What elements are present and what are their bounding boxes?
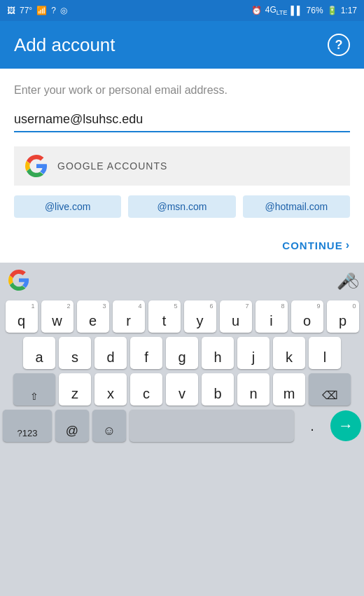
key-j[interactable]: j	[237, 337, 270, 369]
battery-percent: 76%	[307, 6, 323, 15]
signal-icon: ▌▌	[291, 6, 303, 15]
mic-off-icon[interactable]: 🎤⃠	[337, 272, 356, 291]
key-b[interactable]: b	[202, 373, 234, 406]
battery-icon: 🔋	[327, 6, 337, 15]
emoji-key[interactable]: ☺	[92, 410, 126, 442]
chip-hotmail[interactable]: @hotmail.com	[243, 195, 350, 218]
status-bar: 🖼 77° 📶 ? ◎ ⏰ 4GLTE ▌▌ 76% 🔋 1:17	[0, 0, 364, 21]
key-l[interactable]: l	[309, 337, 341, 369]
key-i[interactable]: 8i	[255, 300, 288, 333]
key-q[interactable]: 1q	[6, 300, 38, 333]
key-a[interactable]: a	[23, 337, 55, 369]
key-f[interactable]: f	[130, 337, 162, 369]
key-s[interactable]: s	[59, 337, 91, 369]
continue-button[interactable]: CONTINUE ›	[282, 239, 350, 251]
google-keyboard-icon	[8, 270, 29, 293]
lte-icon: 4GLTE	[265, 5, 288, 16]
keyboard-row-4: ?123 @ ☺ . →	[3, 410, 361, 442]
key-x[interactable]: x	[94, 373, 127, 406]
shift-key[interactable]: ⇧	[13, 373, 55, 406]
period-key[interactable]: .	[298, 410, 327, 442]
key-c[interactable]: c	[130, 373, 162, 406]
keyboard: 🎤⃠ 1q 2w 3e 4r 5t 6y 7u 8i 9o 0p a s d f…	[0, 263, 364, 596]
app-header: Add account ?	[0, 21, 364, 69]
numbers-key[interactable]: ?123	[3, 410, 52, 442]
backspace-key[interactable]: ⌫	[309, 373, 351, 406]
key-k[interactable]: k	[273, 337, 305, 369]
google-accounts-label: GOOGLE ACCOUNTS	[57, 160, 167, 172]
chip-live[interactable]: @live.com	[14, 195, 121, 218]
email-input-container[interactable]	[14, 112, 350, 132]
keyboard-toolbar: 🎤⃠	[3, 268, 361, 295]
page-title: Add account	[14, 34, 115, 56]
key-d[interactable]: d	[94, 337, 127, 369]
help-icon: ?	[335, 38, 343, 53]
space-key[interactable]	[130, 410, 294, 442]
key-t[interactable]: 5t	[148, 300, 181, 333]
keyboard-row-3: ⇧ z x c v b n m ⌫	[3, 373, 361, 406]
key-r[interactable]: 4r	[113, 300, 145, 333]
email-input[interactable]	[14, 112, 350, 127]
photo-icon: 🖼	[7, 6, 15, 15]
key-v[interactable]: v	[166, 373, 198, 406]
alarm-icon: ⏰	[251, 6, 262, 15]
main-content: Enter your work or personal email addres…	[0, 69, 364, 263]
enter-key[interactable]: →	[330, 410, 361, 441]
key-w[interactable]: 2w	[41, 300, 74, 333]
key-e[interactable]: 3e	[77, 300, 109, 333]
key-o[interactable]: 9o	[291, 300, 323, 333]
key-m[interactable]: m	[273, 373, 305, 406]
key-g[interactable]: g	[166, 337, 198, 369]
status-right: ⏰ 4GLTE ▌▌ 76% 🔋 1:17	[251, 5, 357, 16]
key-y[interactable]: 6y	[184, 300, 216, 333]
chevron-right-icon: ›	[346, 239, 350, 251]
key-z[interactable]: z	[59, 373, 91, 406]
help-button[interactable]: ?	[328, 34, 350, 56]
google-accounts-button[interactable]: GOOGLE ACCOUNTS	[14, 146, 350, 186]
continue-label: CONTINUE	[282, 240, 342, 251]
chip-msn[interactable]: @msn.com	[128, 195, 235, 218]
continue-row: CONTINUE ›	[14, 232, 350, 263]
subtitle-text: Enter your work or personal email addres…	[14, 83, 350, 98]
key-h[interactable]: h	[202, 337, 234, 369]
temperature: 77°	[20, 6, 32, 15]
key-u[interactable]: 7u	[220, 300, 252, 333]
google-logo-icon	[25, 155, 48, 177]
at-key[interactable]: @	[55, 410, 89, 442]
wifi-icon: 📶	[36, 6, 47, 15]
time: 1:17	[341, 6, 357, 15]
shazam-icon: ◎	[60, 6, 67, 15]
status-left: 🖼 77° 📶 ? ◎	[7, 6, 67, 15]
enter-icon: →	[338, 417, 354, 435]
keyboard-row-2: a s d f g h j k l	[3, 337, 361, 369]
keyboard-row-1: 1q 2w 3e 4r 5t 6y 7u 8i 9o 0p	[3, 300, 361, 333]
key-p[interactable]: 0p	[327, 300, 359, 333]
unknown-icon: ?	[51, 6, 56, 15]
key-n[interactable]: n	[237, 373, 270, 406]
email-chips-row: @live.com @msn.com @hotmail.com	[14, 195, 350, 218]
